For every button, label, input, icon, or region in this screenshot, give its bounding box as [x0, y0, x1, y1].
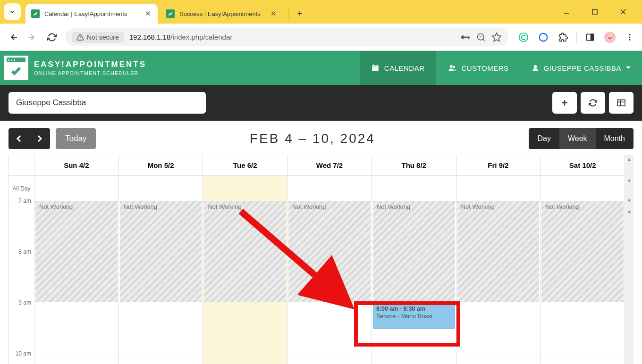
- app-logo[interactable]: [4, 56, 28, 80]
- svg-rect-28: [617, 100, 625, 106]
- url-host: 192.168.1.18: [129, 33, 171, 41]
- day-column[interactable]: Not Working: [287, 201, 372, 364]
- extension-icon[interactable]: [537, 31, 550, 44]
- not-working-block: Not Working: [35, 201, 118, 302]
- back-button[interactable]: [6, 29, 23, 46]
- table-view-button[interactable]: [609, 92, 634, 114]
- password-icon[interactable]: [460, 33, 471, 41]
- browser-tab-inactive[interactable]: Success | Easy!Appointments ✕: [160, 4, 283, 24]
- scroll-up-icon[interactable]: ▲: [627, 175, 632, 184]
- allday-cell[interactable]: [541, 176, 625, 201]
- browser-tab-strip: Calendar | Easy!Appointments ✕ Success |…: [0, 0, 642, 24]
- provider-select[interactable]: Giuseppe Cassibba: [8, 92, 206, 114]
- app-header: EASY!APPOINTMENTS ONLINE APPOINTMENT SCH…: [0, 51, 642, 85]
- app-subtitle: ONLINE APPOINTMENT SCHEDULER: [34, 70, 146, 76]
- day-header: Thu 8/2: [372, 155, 456, 175]
- favicon-icon: [31, 9, 40, 18]
- svg-point-17: [629, 36, 631, 38]
- svg-point-4: [461, 35, 465, 39]
- scroll-up-icon[interactable]: ▲: [627, 155, 632, 163]
- new-tab-button[interactable]: +: [292, 6, 307, 21]
- appointment-event[interactable]: 8:00 am - 8:30 amService - Mario Rossi: [373, 303, 455, 329]
- maximize-button[interactable]: [585, 5, 604, 19]
- profile-icon[interactable]: 🐷: [603, 31, 617, 44]
- favicon-icon: [166, 9, 175, 18]
- scroll-up-icon[interactable]: ▲: [627, 207, 632, 215]
- next-button[interactable]: [29, 128, 50, 149]
- chevron-down-icon: [9, 8, 16, 15]
- nav-label: CALENDAR: [384, 64, 425, 72]
- calendar-grid: Sun 4/2 Mon 5/2 Tue 6/2 Wed 7/2 Thu 8/2 …: [8, 155, 625, 364]
- prev-button[interactable]: [8, 128, 29, 149]
- browser-tab-active[interactable]: Calendar | Easy!Appointments ✕: [25, 4, 158, 24]
- menu-icon[interactable]: [623, 31, 636, 44]
- not-working-block: Not Working: [120, 201, 202, 302]
- allday-cell[interactable]: [372, 176, 456, 201]
- svg-rect-22: [377, 65, 378, 66]
- url-input[interactable]: Not secure 192.168.1.18/index.php/calend…: [65, 28, 508, 46]
- reload-button[interactable]: [43, 29, 60, 46]
- svg-rect-21: [373, 65, 374, 66]
- allday-cell[interactable]: [34, 176, 119, 201]
- day-column[interactable]: Not Working8:00 am - 8:30 amService - Ma…: [372, 201, 456, 364]
- svg-rect-19: [372, 66, 379, 71]
- close-icon[interactable]: ✕: [144, 9, 152, 18]
- calendar-controls: Today FEB 4 – 10, 2024 Day Week Month: [0, 121, 642, 155]
- provider-name: Giuseppe Cassibba: [16, 98, 86, 108]
- not-working-block: Not Working: [373, 201, 455, 302]
- svg-point-18: [629, 39, 631, 40]
- zoom-icon[interactable]: [476, 33, 486, 42]
- scroll-down-icon[interactable]: ▼: [627, 196, 632, 205]
- users-icon: [448, 64, 457, 72]
- not-working-block: Not Working: [457, 201, 540, 302]
- not-working-block: Not Working: [204, 201, 286, 302]
- svg-point-25: [533, 65, 537, 68]
- nav-user-menu[interactable]: GIUSEPPE CASSIBBA: [520, 51, 642, 85]
- view-month-button[interactable]: Month: [596, 128, 634, 149]
- svg-point-12: [540, 33, 548, 41]
- scrollbar[interactable]: ▲ ▲ ▼ ▲: [625, 155, 634, 364]
- nav-customers[interactable]: CUSTOMERS: [436, 51, 520, 85]
- app-title: EASY!APPOINTMENTS: [34, 60, 146, 69]
- add-appointment-button[interactable]: [552, 92, 577, 114]
- today-button[interactable]: Today: [56, 128, 96, 149]
- allday-cell-today[interactable]: [203, 176, 287, 201]
- appointment-label: Service - Mario Rossi: [376, 313, 452, 320]
- day-column[interactable]: Not Working: [119, 201, 203, 364]
- time-label: 8 am: [9, 248, 34, 299]
- allday-cell[interactable]: [287, 176, 372, 201]
- close-window-button[interactable]: [614, 5, 633, 19]
- security-badge[interactable]: Not secure: [72, 32, 124, 43]
- url-path: /index.php/calendar: [170, 33, 232, 41]
- not-working-block: Not Working: [288, 201, 371, 302]
- caret-down-icon: [626, 66, 631, 70]
- extensions-icon[interactable]: [557, 31, 570, 44]
- day-header: Sat 10/2: [541, 155, 625, 175]
- view-week-button[interactable]: Week: [559, 128, 596, 149]
- day-column[interactable]: Not Working: [203, 201, 287, 364]
- day-column[interactable]: Not Working: [541, 201, 625, 364]
- day-column[interactable]: Not Working: [456, 201, 541, 364]
- allday-cell[interactable]: [456, 176, 541, 201]
- svg-point-11: [519, 33, 528, 41]
- side-panel-icon[interactable]: [583, 31, 597, 44]
- svg-rect-15: [591, 34, 594, 40]
- day-column[interactable]: Not Working: [34, 201, 119, 364]
- extension-grammarly-icon[interactable]: [517, 31, 530, 44]
- nav-calendar[interactable]: CALENDAR: [360, 51, 436, 85]
- time-label: 10 am: [9, 350, 34, 364]
- view-day-button[interactable]: Day: [529, 128, 559, 149]
- day-header: Tue 6/2: [203, 155, 287, 175]
- bookmark-icon[interactable]: [491, 32, 502, 42]
- svg-point-23: [449, 65, 452, 68]
- svg-rect-1: [592, 9, 597, 14]
- refresh-button[interactable]: [581, 92, 605, 114]
- tab-search-dropdown[interactable]: [4, 3, 21, 20]
- divider: [288, 8, 288, 19]
- close-icon[interactable]: ✕: [269, 9, 278, 18]
- allday-cell[interactable]: [119, 176, 203, 201]
- calendar-toolbar: Giuseppe Cassibba: [0, 85, 642, 121]
- minimize-button[interactable]: [557, 5, 576, 19]
- tab-title: Success | Easy!Appointments: [179, 10, 269, 17]
- svg-rect-27: [562, 102, 567, 103]
